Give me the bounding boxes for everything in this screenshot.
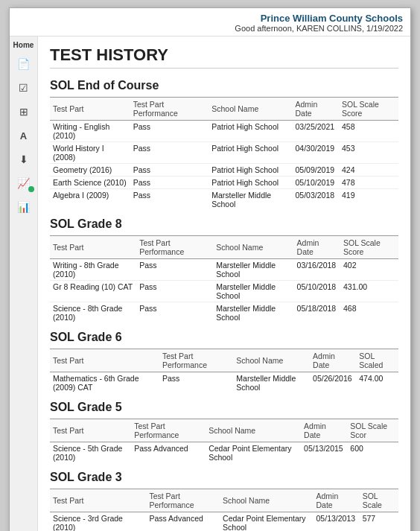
- download-icon: ⬇: [19, 153, 28, 165]
- cell-3-0-3: 05/13/2015: [301, 442, 347, 464]
- cell-0-2-0: Geometry (2016): [50, 164, 130, 177]
- col-header-4-3: Admin Date: [314, 489, 360, 512]
- table-row: Earth Science (2010)PassPatriot High Sch…: [50, 177, 398, 189]
- cell-0-4-0: Algebra I (2009): [50, 189, 130, 211]
- sidebar-item-text[interactable]: A: [12, 125, 36, 146]
- table-row: Science - 5th Grade (2010)Pass AdvancedC…: [50, 442, 398, 464]
- text-icon: A: [20, 130, 27, 142]
- site-title: Prince William County Schools: [17, 13, 403, 24]
- cell-0-2-3: 05/09/2019: [293, 164, 340, 177]
- cell-1-2-3: 05/18/2018: [294, 302, 340, 324]
- doc-icon: 📄: [17, 58, 30, 70]
- col-header-4-0: Test Part: [50, 489, 146, 512]
- table-row: Science - 8th Grade (2010)PassMarsteller…: [50, 302, 398, 324]
- table-4: Test PartTest Part PerformanceSchool Nam…: [50, 489, 398, 531]
- cell-4-0-4: 577: [360, 512, 398, 532]
- cell-1-1-0: Gr 8 Reading (10) CAT: [50, 281, 136, 302]
- col-header-1-1: Test Part Performance: [136, 236, 213, 259]
- col-header-3-2: School Name: [206, 419, 301, 442]
- col-header-3-0: Test Part: [50, 419, 131, 442]
- cell-4-0-2: Cedar Point Elementary School: [220, 512, 313, 532]
- cell-0-4-3: 05/03/2018: [293, 189, 340, 211]
- cell-4-0-3: 05/13/2013: [314, 512, 360, 532]
- cell-1-0-4: 402: [340, 259, 398, 281]
- cell-1-1-1: Pass: [136, 281, 213, 302]
- col-header-2-2: School Name: [233, 349, 310, 372]
- section-title-3: SOL Grade 5: [50, 401, 398, 414]
- cell-0-2-1: Pass: [130, 164, 209, 177]
- table-2: Test PartTest Part PerformanceSchool Nam…: [50, 349, 398, 393]
- sidebar-item-check[interactable]: ☑: [12, 77, 36, 98]
- cell-0-4-1: Pass: [130, 189, 209, 211]
- col-header-0-1: Test Part Performance: [130, 98, 209, 121]
- col-header-2-1: Test Part Performance: [159, 349, 233, 372]
- cell-0-0-0: Writing - English (2010): [50, 121, 130, 142]
- table-1: Test PartTest Part PerformanceSchool Nam…: [50, 235, 398, 323]
- col-header-1-4: SOL Scale Score: [340, 236, 398, 259]
- col-header-0-3: Admin Date: [293, 98, 340, 121]
- cell-4-0-1: Pass Advanced: [146, 512, 220, 532]
- cell-0-3-0: Earth Science (2010): [50, 177, 130, 189]
- table-row: Writing - English (2010)PassPatriot High…: [50, 121, 398, 142]
- cell-1-0-2: Marsteller Middle School: [213, 259, 293, 281]
- cell-0-4-2: Marsteller Middle School: [209, 189, 292, 211]
- cell-0-0-4: 458: [339, 121, 398, 142]
- active-indicator: [28, 186, 34, 192]
- table-row: Mathematics - 6th Grade (2009) CATPassMa…: [50, 372, 398, 394]
- cell-0-2-2: Patriot High School: [209, 164, 292, 177]
- cell-2-0-2: Marsteller Middle School: [233, 372, 310, 394]
- cell-1-2-1: Pass: [136, 302, 213, 324]
- greeting-text: Good afternoon, KAREN COLLINS, 1/19/2022: [17, 24, 403, 33]
- cell-3-0-4: 600: [347, 442, 398, 464]
- section-title-0: SOL End of Course: [50, 79, 398, 92]
- cell-0-0-1: Pass: [130, 121, 209, 142]
- sidebar-item-home[interactable]: Home: [10, 39, 37, 51]
- cell-1-1-4: 431.00: [340, 281, 398, 302]
- cell-0-0-2: Patriot High School: [209, 121, 292, 142]
- col-header-0-2: School Name: [209, 98, 292, 121]
- cell-1-0-0: Writing - 8th Grade (2010): [50, 259, 136, 281]
- section-title-1: SOL Grade 8: [50, 217, 398, 231]
- cell-1-0-1: Pass: [136, 259, 213, 281]
- cell-2-0-4: 474.00: [356, 372, 398, 394]
- table-0: Test PartTest Part PerformanceSchool Nam…: [50, 97, 398, 210]
- title-bar: Prince William County Schools Good after…: [10, 8, 410, 36]
- cell-1-2-2: Marsteller Middle School: [213, 302, 293, 324]
- cell-1-1-3: 05/10/2018: [294, 281, 340, 302]
- sidebar-item-doc[interactable]: 📄: [12, 54, 36, 74]
- col-header-0-0: Test Part: [50, 98, 130, 121]
- main-content: TEST HISTORY SOL End of CourseTest PartT…: [38, 36, 410, 531]
- table-row: World History I (2008)PassPatriot High S…: [50, 142, 398, 164]
- col-header-2-3: Admin Date: [310, 349, 356, 372]
- section-title-4: SOL Grade 3: [50, 471, 398, 484]
- table-row: Geometry (2016)PassPatriot High School05…: [50, 164, 398, 177]
- table-row: Science - 3rd Grade (2010)Pass AdvancedC…: [50, 512, 398, 532]
- cell-0-1-1: Pass: [130, 142, 209, 164]
- col-header-3-4: SOL Scale Scor: [347, 419, 398, 442]
- col-header-4-4: SOL Scale: [360, 489, 398, 512]
- table-row: Writing - 8th Grade (2010)PassMarsteller…: [50, 259, 398, 281]
- cell-0-3-3: 05/10/2019: [293, 177, 340, 189]
- col-header-2-4: SOL Scaled: [356, 349, 398, 372]
- cell-2-0-0: Mathematics - 6th Grade (2009) CAT: [50, 372, 159, 394]
- section-title-2: SOL Grade 6: [50, 331, 398, 344]
- cell-1-1-2: Marsteller Middle School: [213, 281, 293, 302]
- col-header-3-1: Test Part Performance: [131, 419, 206, 442]
- cell-2-0-3: 05/26/2016: [310, 372, 356, 394]
- col-header-1-0: Test Part: [50, 236, 136, 259]
- col-header-3-3: Admin Date: [301, 419, 347, 442]
- cell-0-1-2: Patriot High School: [209, 142, 292, 164]
- table-row: Algebra I (2009)PassMarsteller Middle Sc…: [50, 189, 398, 211]
- sidebar-item-bar-chart[interactable]: 📊: [12, 197, 36, 217]
- cell-1-2-4: 468: [340, 302, 398, 324]
- sections-container: SOL End of CourseTest PartTest Part Perf…: [50, 79, 398, 531]
- bar-chart-icon: 📊: [17, 201, 30, 213]
- col-header-2-0: Test Part: [50, 349, 159, 372]
- table-3: Test PartTest Part PerformanceSchool Nam…: [50, 419, 398, 463]
- sidebar-item-chart[interactable]: 📈: [12, 173, 36, 194]
- sidebar-item-grid[interactable]: ⊞: [12, 101, 36, 122]
- cell-0-2-4: 424: [339, 164, 398, 177]
- cell-4-0-0: Science - 3rd Grade (2010): [50, 512, 146, 532]
- sidebar-item-download[interactable]: ⬇: [12, 149, 36, 170]
- col-header-0-4: SOL Scale Score: [339, 98, 398, 121]
